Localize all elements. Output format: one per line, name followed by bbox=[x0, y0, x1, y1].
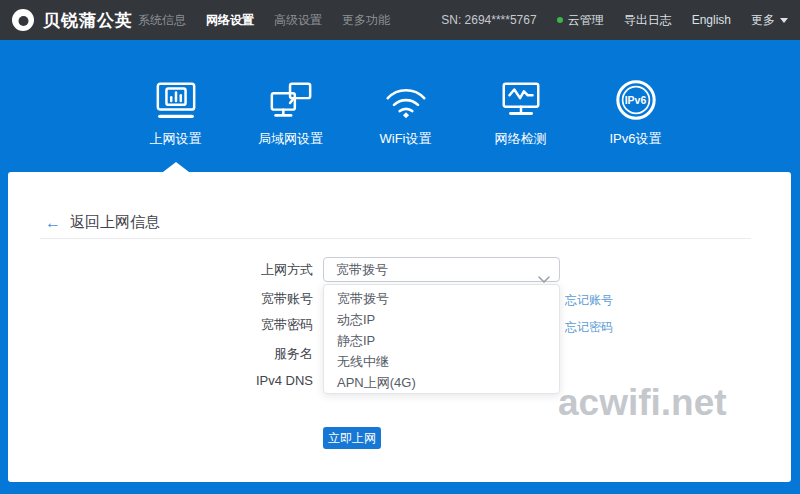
option-pppoe[interactable]: 宽带拨号 bbox=[324, 288, 559, 309]
dual-monitor-icon bbox=[233, 76, 348, 122]
wifi-icon bbox=[348, 76, 463, 122]
cloud-manage-link[interactable]: 云管理 bbox=[557, 12, 604, 29]
monitor-pulse-icon bbox=[463, 76, 578, 122]
back-arrow-icon: ← bbox=[45, 215, 61, 231]
tab-ipv6-settings[interactable]: IPv6 IPv6设置 bbox=[578, 40, 693, 148]
menu-item-advanced-settings[interactable]: 高级设置 bbox=[274, 12, 322, 29]
divider bbox=[40, 238, 751, 239]
language-link[interactable]: English bbox=[692, 13, 731, 27]
more-menu[interactable]: 更多 bbox=[751, 12, 788, 29]
cloud-manage-label: 云管理 bbox=[568, 12, 604, 29]
option-static-ip[interactable]: 静态IP bbox=[324, 330, 559, 351]
watermark: acwifi.net bbox=[558, 382, 727, 424]
tab-lan-settings[interactable]: 局域网设置 bbox=[233, 40, 348, 148]
export-log-link[interactable]: 导出日志 bbox=[624, 12, 672, 29]
back-link[interactable]: ← 返回上网信息 bbox=[45, 213, 160, 232]
option-dynamic-ip[interactable]: 动态IP bbox=[324, 309, 559, 330]
ipv4-dns-label: IPv4 DNS bbox=[218, 373, 313, 388]
main-menu: 系统信息 网络设置 高级设置 更多功能 bbox=[138, 0, 390, 40]
online-status-dot-icon bbox=[557, 17, 563, 23]
account-label: 宽带账号 bbox=[218, 290, 313, 308]
active-tab-notch bbox=[163, 162, 189, 172]
password-label: 宽带密码 bbox=[218, 316, 313, 334]
more-label: 更多 bbox=[751, 12, 775, 29]
tab-internet-settings[interactable]: 上网设置 bbox=[118, 40, 233, 148]
settings-tabs: 上网设置 局域网设置 bbox=[118, 40, 693, 148]
monitor-chart-icon bbox=[118, 76, 233, 122]
brand[interactable]: 贝锐蒲公英 bbox=[10, 0, 133, 40]
ipv6-icon-text: IPv6 bbox=[614, 78, 658, 122]
tab-label: 网络检测 bbox=[463, 130, 578, 148]
service-name-label: 服务名 bbox=[218, 345, 313, 363]
mode-label: 上网方式 bbox=[218, 261, 313, 279]
serial-number: SN: 2694****5767 bbox=[441, 13, 536, 27]
connection-mode-dropdown: 宽带拨号 动态IP 静态IP 无线中继 APN上网(4G) bbox=[323, 284, 560, 394]
back-link-label: 返回上网信息 bbox=[70, 213, 160, 232]
option-apn-4g[interactable]: APN上网(4G) bbox=[324, 372, 559, 393]
forgot-password-link[interactable]: 忘记密码 bbox=[565, 319, 613, 336]
settings-banner: 上网设置 局域网设置 bbox=[0, 40, 800, 172]
settings-card: ← 返回上网信息 上网方式 宽带账号 宽带密码 服务名 IPv4 DNS 宽带拨… bbox=[8, 172, 791, 482]
connection-mode-value: 宽带拨号 bbox=[336, 262, 388, 277]
top-navbar: 贝锐蒲公英 系统信息 网络设置 高级设置 更多功能 SN: 2694****57… bbox=[0, 0, 800, 40]
forgot-account-link[interactable]: 忘记账号 bbox=[565, 292, 613, 309]
menu-item-more-features[interactable]: 更多功能 bbox=[342, 12, 390, 29]
tab-label: 局域网设置 bbox=[233, 130, 348, 148]
tab-network-check[interactable]: 网络检测 bbox=[463, 40, 578, 148]
option-wireless-relay[interactable]: 无线中继 bbox=[324, 351, 559, 372]
ipv6-circle-icon: IPv6 bbox=[578, 76, 693, 122]
connection-mode-select[interactable]: 宽带拨号 bbox=[323, 257, 560, 282]
tab-wifi-settings[interactable]: WiFi设置 bbox=[348, 40, 463, 148]
tab-label: 上网设置 bbox=[118, 130, 233, 148]
oray-logo-icon bbox=[10, 7, 36, 33]
connect-now-button[interactable]: 立即上网 bbox=[323, 427, 381, 449]
brand-name: 贝锐蒲公英 bbox=[43, 9, 133, 32]
tab-label: WiFi设置 bbox=[348, 130, 463, 148]
topbar-right: SN: 2694****5767 云管理 导出日志 English 更多 bbox=[441, 0, 788, 40]
tab-label: IPv6设置 bbox=[578, 130, 693, 148]
caret-down-icon bbox=[780, 18, 788, 23]
menu-item-network-settings[interactable]: 网络设置 bbox=[206, 12, 254, 29]
menu-item-system-info[interactable]: 系统信息 bbox=[138, 12, 186, 29]
